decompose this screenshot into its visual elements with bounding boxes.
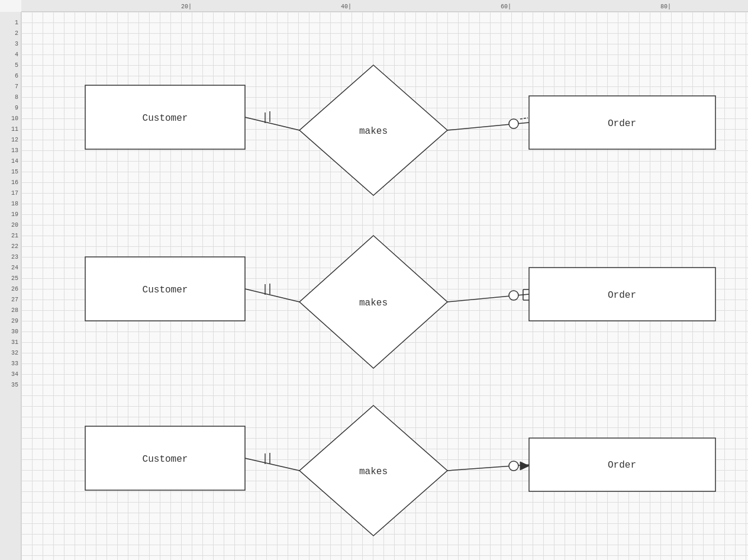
ruler-mark-17: 17	[11, 191, 18, 197]
ruler-mark-16: 16	[11, 180, 18, 186]
dashed-line-1	[520, 118, 528, 119]
ruler-mark-26: 26	[11, 287, 18, 292]
ruler-mark-32: 32	[11, 350, 18, 356]
ruler-mark-14: 14	[11, 159, 18, 165]
line-customer-diamond-2	[245, 289, 299, 302]
ruler-mark-18: 18	[11, 201, 18, 207]
ruler-mark-25: 25	[11, 276, 18, 282]
ruler-mark-60: 60|	[501, 4, 511, 10]
ruler-mark-33: 33	[11, 361, 18, 367]
ruler-mark-22: 22	[11, 244, 18, 250]
circle-right-3	[509, 461, 518, 471]
ruler-mark-40: 40|	[341, 4, 352, 10]
makes-label-1: makes	[359, 126, 388, 137]
ruler-mark-9: 9	[15, 105, 18, 111]
diagram-svg: text { font-family: 'Courier New', monos…	[21, 12, 748, 560]
ruler-mark-11: 11	[11, 127, 18, 133]
ruler-mark-2: 2	[15, 31, 18, 37]
order-label-3: Order	[608, 460, 636, 471]
ruler-mark-5: 5	[15, 63, 18, 69]
ruler-mark-20: 20	[11, 223, 18, 228]
ruler-mark-3: 3	[15, 41, 18, 47]
ruler-mark-19: 19	[11, 212, 18, 218]
ruler-mark-34: 34	[11, 372, 18, 378]
ruler-mark-24: 24	[11, 265, 18, 271]
ruler-mark-21: 21	[11, 233, 18, 239]
order-label-1: Order	[608, 118, 636, 129]
ruler-mark-27: 27	[11, 297, 18, 303]
ruler-mark-31: 31	[11, 340, 18, 346]
line-customer-diamond-1	[245, 117, 299, 130]
ruler-mark-6: 6	[15, 73, 18, 79]
ruler-mark-20: 20|	[181, 4, 192, 10]
ruler-mark-23: 23	[11, 255, 18, 260]
arrow-right-3	[520, 462, 529, 470]
ruler-left: 1 2 3 4 5 6 7 8 9 10 11 12 13 14 15 16 1…	[0, 12, 21, 560]
ruler-mark-15: 15	[11, 169, 18, 175]
ruler-mark-35: 35	[11, 382, 18, 388]
canvas-container: 20| 40| 60| 80| 1 2 3 4 5 6 7 8 9 10 11 …	[0, 0, 748, 560]
circle-right-2	[509, 291, 518, 300]
customer-label-2: Customer	[143, 285, 188, 295]
customer-label-1: Customer	[143, 113, 188, 124]
ruler-mark-8: 8	[15, 95, 18, 101]
order-label-2: Order	[608, 290, 636, 301]
ruler-mark-12: 12	[11, 137, 18, 143]
ruler-top: 20| 40| 60| 80|	[21, 0, 748, 12]
ruler-mark-10: 10	[11, 116, 18, 122]
ruler-mark-80: 80|	[660, 4, 671, 10]
ruler-mark-7: 7	[15, 84, 18, 90]
customer-label-3: Customer	[143, 454, 188, 465]
circle-right-1	[509, 119, 518, 128]
ruler-mark-30: 30	[11, 329, 18, 335]
ruler-mark-29: 29	[11, 318, 18, 324]
ruler-mark-4: 4	[15, 52, 18, 58]
ruler-mark-28: 28	[11, 308, 18, 314]
makes-label-3: makes	[359, 466, 388, 477]
ruler-mark-13: 13	[11, 148, 18, 154]
line-customer-diamond-3	[245, 458, 299, 471]
ruler-mark-1: 1	[15, 20, 18, 26]
makes-label-2: makes	[359, 298, 388, 308]
